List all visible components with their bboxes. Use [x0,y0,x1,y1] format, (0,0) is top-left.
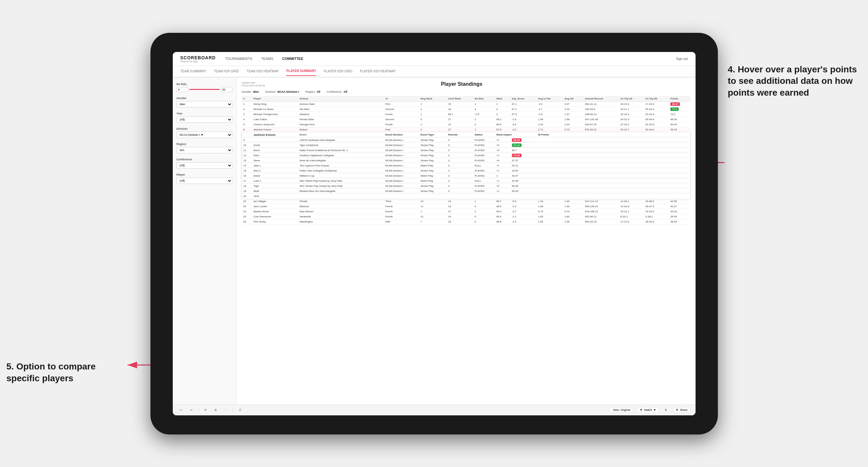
col-yr: Yr [384,96,419,102]
sub-nav-player-h2h-heatmap[interactable]: PLAYER H2H HEATMAP [360,67,396,75]
table-row: 24 Bastien Amat New Mexico Fourth 1 27 2… [242,209,690,214]
player-select[interactable]: (All) [177,178,232,184]
sub-nav-player-h2h-grid[interactable]: PLAYER H2H GRID [324,67,352,75]
conference-label: Conference [177,158,232,161]
tablet-screen: SCOREBOARD Powered by clippi TOURNAMENTS… [173,52,695,415]
region-label: Region [177,143,232,146]
share-label: Share [680,408,687,411]
sub-nav-team-h2h-heatmap[interactable]: TEAM H2H HEATMAP [246,67,279,75]
gender-select[interactable]: Men [177,101,232,107]
sidebar-region: Region N/A [177,143,232,153]
no-rds-label: No Rds. [177,83,232,86]
watch-chevron: ▼ [653,408,656,411]
filter-region: Region: All [305,90,320,93]
division-select[interactable]: NCAA Division I ▼ [177,132,232,138]
sign-out-link[interactable]: Sign out [676,57,688,61]
nav-links: TOURNAMENTS TEAMS COMMITTEE [225,56,676,62]
sub-nav: TEAM SUMMARY TEAM H2H GRID TEAM H2H HEAT… [173,66,695,77]
more-button[interactable]: ⋯ [222,407,229,412]
tooltip-row-9: 17 Luke J SEC Match Play hosted by Jerry… [242,178,690,183]
tooltip-row-6: 14 Jake L The Cypress Point Classic NCAA… [242,163,690,168]
annotation-right-text: 4. Hover over a player's points to see a… [728,64,857,97]
tooltip-row-1: 9 UNCW Seahawk Intercollegiate NCAA Divi… [242,137,690,143]
panel-header: Update time: 27/01/2024 16:56:26 Player … [242,81,690,87]
copy-button[interactable]: ⧉ [213,407,218,413]
col-rds: No Rds. [473,96,495,102]
nav-right: Sign out [676,57,688,61]
bottom-toolbar: ↩ ↪ ⟳ ⧉ ⋯ ⏱ View: Original 👁 Watch ▼ ⬇ ⬆… [173,405,695,415]
gender-label: Gender [177,97,232,100]
conference-select[interactable]: (All) [177,162,232,168]
col-player: Player [252,96,298,102]
tooltip-row-7: 15 Alex C Fallen Oak Collegiate Invitati… [242,168,690,173]
share-button[interactable]: ⬆ Share [673,407,690,413]
nav-committee[interactable]: COMMITTEE [282,56,303,62]
annotation-right: 4. Hover over a player's points to see a… [728,64,862,98]
player-label: Player [177,173,232,176]
col-points: Points [669,96,690,102]
col-rank: # [242,96,252,102]
no-rds-max[interactable] [221,87,232,92]
toolbar-sep-1 [198,408,198,412]
clock-button[interactable]: ⏱ [237,407,244,412]
col-to-par: Avg to Par [536,96,563,102]
col-record: Overall Record [583,96,619,102]
filter-conference: Conference: All [327,90,347,93]
table-row: 2 Michael La Sasso Ole Miss Second 1 18 … [242,106,690,112]
region-select[interactable]: N/A [177,147,232,153]
standings-panel: Update time: 27/01/2024 16:56:26 Player … [237,77,695,405]
no-rds-min[interactable] [177,87,188,92]
table-row: 4 Luke Claton Florida State Second 5 27 … [242,117,690,122]
logo-title: SCOREBOARD [180,55,216,60]
update-time: Update time: 27/01/2024 16:56:26 [242,81,265,87]
main-content: No Rds. Gender Men [173,77,695,405]
table-row: 22 Ian Gilligan Florida Third 10 24 1 68… [242,198,690,204]
sidebar-year: Year (All) [177,112,232,123]
tooltip-row-3: 11 Brent Wake Forest Invitational at Pin… [242,148,690,153]
col-reg-rank: Reg Rank [419,96,446,102]
toolbar-sep-2 [233,408,233,412]
sub-nav-player-summary[interactable]: PLAYER SUMMARY [286,67,316,76]
nav-tournaments[interactable]: TOURNAMENTS [225,56,252,62]
tooltip-row-11: 19 Mutti Mirabel Maui Jim Intercollegiat… [242,188,690,193]
sub-nav-team-summary[interactable]: TEAM SUMMARY [180,67,207,75]
panel-title: Player Standings [265,81,658,87]
tooltip-row-2: 10 Gordt Tiger Invitational NCAA Divisio… [242,143,690,148]
table-row: 25 Cole Sherwood Vanderbilt Fourth 12 24… [242,214,690,219]
table-row: 3 Michael Thorbjornsen Stanford Fourth 1… [242,112,690,117]
table-header-row: # Player School Yr Reg Rank Conf Rank No… [242,96,690,102]
sidebar: No Rds. Gender Men [173,77,237,405]
sidebar-player: Player (All) [177,173,232,184]
download-button[interactable]: ⬇ [663,407,669,412]
watch-button[interactable]: 👁 Watch ▼ [637,407,659,413]
tooltip-row-8: 16 David Williams Cup NCAA Division I Ma… [242,173,690,178]
tooltip-row-5: 13 Steve Amer An Intercollegiate NCAA Di… [242,158,690,163]
col-sg: Avg SG [563,96,583,102]
tooltip-row-12: 20 Terhi [242,193,690,198]
logo-area: SCOREBOARD Powered by clippi [180,55,216,62]
view-original-label: View: Original [613,408,630,411]
view-original-button[interactable]: View: Original [610,407,633,413]
tooltip-row-10: 18 Tiger SEC Stroke Play hosted by Jerry… [242,183,690,188]
redo-button[interactable]: ↪ [188,407,194,412]
sidebar-conference: Conference (All) [177,158,232,168]
table-row: 5 Christo Lamprecht Georgia Tech Fourth … [242,122,690,127]
tooltip-row-4: 12 Pitch Southern Highlands Collegiate N… [242,153,690,158]
nav-teams[interactable]: TEAMS [261,56,273,62]
standings-table: # Player School Yr Reg Rank Conf Rank No… [242,96,690,224]
annotation-left-text: 5. Option to compare specific players [6,362,96,383]
table-row: 23 Jack Lundin Missouri Fourth 11 24 0 6… [242,204,690,209]
slider-fill [189,89,220,90]
col-conf-rank: Conf Rank [446,96,473,102]
col-adj-score: Adj. Score [510,96,536,102]
division-label: Division [177,127,232,130]
year-label: Year [177,112,232,115]
undo-button[interactable]: ↩ [178,407,184,412]
filter-gender: Gender: Men [242,90,259,93]
logo-sub: Powered by clippi [180,60,216,62]
refresh-button[interactable]: ⟳ [203,407,209,412]
filter-division: Division: NCAA Division I [265,90,299,93]
table-row-jackson: 6 Jackson Koivun Auburn First 2 27 1 87.… [242,127,690,132]
sub-nav-team-h2h-grid[interactable]: TEAM H2H GRID [214,67,239,75]
year-select[interactable]: (All) [177,116,232,123]
